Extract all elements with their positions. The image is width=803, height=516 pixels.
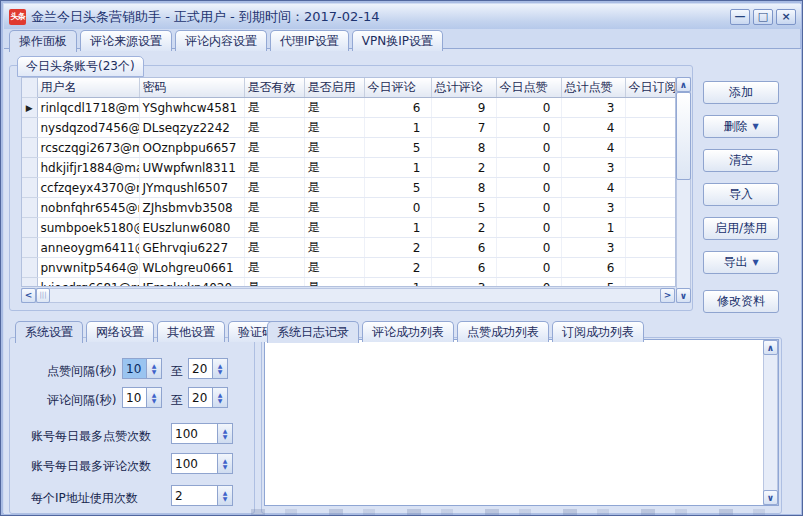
column-header-password[interactable]: 密码	[139, 78, 244, 98]
max-likes-stepper[interactable]: ▲▼	[171, 423, 233, 444]
accounts-table[interactable]: 用户名密码是否有效是否启用今日评论总计评论今日点赞总计点赞今日订阅 ▶rinlq…	[21, 77, 676, 287]
titlebar[interactable]: 头条 金兰今日头条营销助手 - 正式用户 - 到期时间：2017-02-14 —…	[4, 4, 801, 29]
like-interval-from-stepper[interactable]: ▲▼	[122, 358, 162, 379]
max-comments-input[interactable]	[172, 454, 217, 473]
settings-tab-0[interactable]: 系统设置	[15, 321, 83, 343]
settings-tab-1[interactable]: 网络设置	[86, 321, 154, 342]
column-header-valid[interactable]: 是否有效	[244, 78, 304, 98]
comment-interval-to-stepper[interactable]: ▲▼	[188, 387, 228, 408]
comment-interval-to-input[interactable]	[189, 388, 212, 407]
row-selector[interactable]	[22, 218, 37, 238]
enable-disable-button[interactable]: 启用/禁用	[703, 217, 779, 240]
ip-uses-label: 每个IP地址使用次数	[31, 490, 138, 507]
ip-uses-input[interactable]	[172, 486, 217, 505]
cell-today_comments: 1	[364, 158, 431, 178]
minimize-button[interactable]: —	[730, 9, 750, 25]
export-button[interactable]: 导出▼	[703, 251, 779, 274]
cell-valid: 是	[244, 98, 304, 118]
spinner-arrows-icon[interactable]: ▲▼	[146, 388, 161, 407]
add-button[interactable]: 添加	[703, 81, 779, 104]
close-button[interactable]: ×	[776, 9, 796, 25]
table-row[interactable]: anneoygm6411@maGEhrvqiu6227是是2603	[22, 238, 675, 258]
logs-tab-2[interactable]: 点赞成功列表	[457, 321, 549, 342]
column-header-today_subs[interactable]: 今日订阅	[625, 78, 675, 98]
like-interval-to-input[interactable]	[189, 359, 212, 378]
cell-total_comments: 5	[431, 198, 496, 218]
cell-total_likes: 3	[561, 158, 625, 178]
spinner-arrows-icon[interactable]: ▲▼	[212, 359, 227, 378]
delete-button[interactable]: 删除▼	[703, 115, 779, 138]
table-hscroll-thumb[interactable]: |||	[36, 288, 50, 303]
row-selector[interactable]	[22, 118, 37, 138]
log-scroll-down-icon[interactable]: ∨	[763, 490, 778, 505]
table-row[interactable]: ▶rinlqcdl1718@mail.chYSghwhcw4581是是6903	[22, 98, 675, 118]
app-logo-icon: 头条	[9, 9, 26, 25]
log-output-area[interactable]	[264, 339, 779, 506]
table-row[interactable]: ccfzqeyx4370@mail.JYmqushl6507是是5804	[22, 178, 675, 198]
table-row[interactable]: sumbpoek5180@maiEUszlunw6080是是1201	[22, 218, 675, 238]
table-row[interactable]: hdkjifjr1884@mail.chUWwpfwnl8311是是1203	[22, 158, 675, 178]
column-header-enabled[interactable]: 是否启用	[304, 78, 364, 98]
import-button[interactable]: 导入	[703, 183, 779, 206]
logs-tab-0[interactable]: 系统日志记录	[267, 321, 359, 343]
like-interval-to-stepper[interactable]: ▲▼	[188, 358, 228, 379]
spinner-arrows-icon[interactable]: ▲▼	[217, 424, 232, 443]
table-scroll-down-icon[interactable]: ∨	[676, 288, 691, 303]
logs-tab-1[interactable]: 评论成功列表	[362, 321, 454, 342]
settings-tab-2[interactable]: 其他设置	[157, 321, 225, 342]
table-scroll-left-icon[interactable]: <	[21, 288, 36, 303]
logs-tab-3[interactable]: 订阅成功列表	[552, 321, 644, 342]
cell-total_likes: 4	[561, 178, 625, 198]
ip-uses-stepper[interactable]: ▲▼	[171, 485, 233, 506]
column-header-total_likes[interactable]: 总计点赞	[561, 78, 625, 98]
clear-button[interactable]: 清空	[703, 149, 779, 172]
spinner-arrows-icon[interactable]: ▲▼	[212, 388, 227, 407]
cell-today_likes: 0	[496, 158, 561, 178]
cell-enabled: 是	[304, 278, 364, 288]
edit-profile-button[interactable]: 修改资料	[703, 290, 779, 313]
column-header-username[interactable]: 用户名	[37, 78, 139, 98]
table-row[interactable]: nobnfqhr6545@mail.ZJhsbmvb3508是是0503	[22, 198, 675, 218]
row-selector[interactable]	[22, 258, 37, 278]
column-header-today_comments[interactable]: 今日评论	[364, 78, 431, 98]
spinner-arrows-icon[interactable]: ▲▼	[146, 359, 161, 378]
spinner-arrows-icon[interactable]: ▲▼	[217, 486, 232, 505]
cell-total_likes: 5	[561, 278, 625, 288]
row-selector[interactable]	[22, 158, 37, 178]
table-row[interactable]: nysdqzod7456@mailDLseqzyz2242是是1704	[22, 118, 675, 138]
cell-total_likes: 3	[561, 238, 625, 258]
comment-interval-from-stepper[interactable]: ▲▼	[122, 387, 162, 408]
table-hscrollbar[interactable]	[21, 288, 675, 303]
main-tab-2[interactable]: 评论内容设置	[175, 30, 267, 51]
row-selector[interactable]	[22, 238, 37, 258]
log-scroll-up-icon[interactable]: ∧	[763, 340, 778, 355]
cell-today_comments: 5	[364, 138, 431, 158]
comment-interval-from-input[interactable]	[123, 388, 146, 407]
row-selector[interactable]	[22, 278, 37, 288]
main-tab-0[interactable]: 操作面板	[9, 30, 77, 52]
cell-enabled: 是	[304, 238, 364, 258]
current-row-marker[interactable]: ▶	[22, 98, 37, 118]
cell-valid: 是	[244, 238, 304, 258]
column-header-total_comments[interactable]: 总计评论	[431, 78, 496, 98]
max-likes-input[interactable]	[172, 424, 217, 443]
table-row[interactable]: lviocdrq6681@mail.cIEmgkxkp4020是是1305	[22, 278, 675, 288]
row-selector[interactable]	[22, 178, 37, 198]
main-tab-4[interactable]: VPN换IP设置	[352, 30, 443, 51]
spinner-arrows-icon[interactable]: ▲▼	[217, 454, 232, 473]
log-vscrollbar[interactable]	[763, 340, 778, 505]
cell-today_subs	[625, 98, 675, 118]
like-interval-from-input[interactable]	[123, 359, 146, 378]
main-tab-3[interactable]: 代理IP设置	[270, 30, 349, 51]
table-row[interactable]: pnvwnitp5464@mail.WLohgreu0661是是2606	[22, 258, 675, 278]
main-tab-1[interactable]: 评论来源设置	[80, 30, 172, 51]
table-scroll-right-icon[interactable]: >	[660, 288, 675, 303]
table-vscroll-thumb[interactable]	[676, 92, 691, 180]
column-header-today_likes[interactable]: 今日点赞	[496, 78, 561, 98]
row-selector[interactable]	[22, 198, 37, 218]
maximize-button[interactable]: □	[753, 9, 773, 25]
row-selector[interactable]	[22, 138, 37, 158]
max-comments-stepper[interactable]: ▲▼	[171, 453, 233, 474]
table-row[interactable]: rcsczqgi2673@mail.cOOznpbpu6657是是5804	[22, 138, 675, 158]
table-scroll-up-icon[interactable]: ∧	[676, 77, 691, 92]
